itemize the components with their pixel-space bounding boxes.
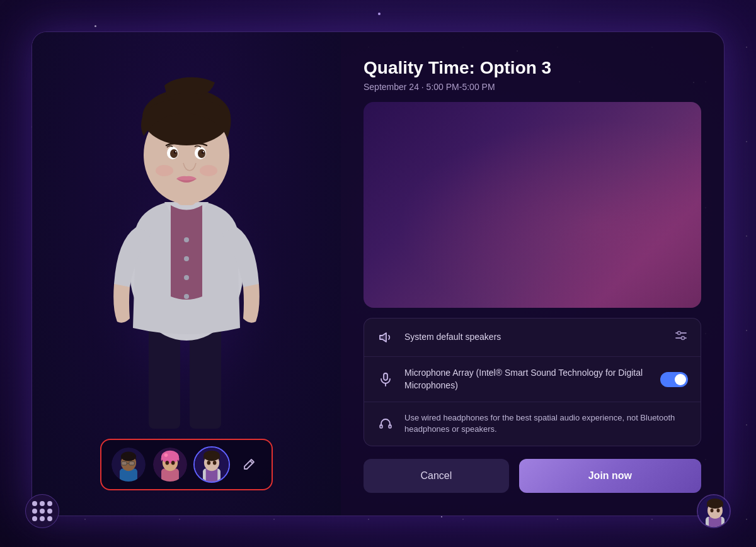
- svg-point-19: [156, 165, 173, 176]
- svg-point-45: [682, 337, 685, 340]
- avatar-thumb-2[interactable]: [152, 446, 188, 483]
- headphone-tip-label: Use wired headphones for the best spatia…: [404, 412, 688, 435]
- event-date: September 24 · 5:00 PM-5:00 PM: [364, 82, 701, 92]
- nav-grid-button[interactable]: [25, 494, 59, 528]
- speaker-row: System default speakers: [364, 319, 701, 357]
- microphone-label: Microphone Array (Intel® Smart Sound Tec…: [404, 367, 650, 392]
- svg-point-4: [184, 237, 189, 242]
- audio-settings: System default speakers: [364, 318, 701, 446]
- headphone-icon: [377, 415, 394, 432]
- event-info: Quality Time: Option 3 September 24 · 5:…: [364, 57, 701, 93]
- event-title: Quality Time: Option 3: [364, 57, 701, 79]
- audio-settings-icon[interactable]: [674, 329, 688, 346]
- svg-point-7: [184, 294, 189, 299]
- svg-point-18: [203, 151, 204, 152]
- event-preview: [364, 102, 701, 308]
- join-now-button[interactable]: Join now: [519, 459, 701, 493]
- headphone-tip-row: Use wired headphones for the best spatia…: [364, 402, 701, 445]
- svg-point-41: [213, 460, 217, 465]
- svg-point-55: [711, 509, 714, 512]
- avatar-selector: [100, 439, 273, 490]
- avatar-display: [67, 45, 306, 435]
- cancel-button[interactable]: Cancel: [364, 459, 509, 493]
- avatar-panel: [32, 32, 341, 516]
- svg-point-32: [164, 453, 168, 457]
- svg-point-40: [207, 460, 211, 465]
- svg-point-34: [171, 460, 175, 465]
- svg-rect-25: [122, 461, 127, 465]
- user-avatar-button[interactable]: [697, 494, 731, 528]
- svg-rect-26: [129, 461, 134, 465]
- main-dialog: Quality Time: Option 3 September 24 · 5:…: [32, 31, 724, 516]
- svg-point-14: [198, 149, 205, 158]
- svg-point-44: [678, 332, 681, 335]
- svg-point-17: [175, 151, 176, 152]
- edit-avatar-button[interactable]: [235, 451, 263, 478]
- right-panel: Quality Time: Option 3 September 24 · 5:…: [341, 32, 724, 516]
- svg-rect-48: [380, 425, 382, 428]
- microphone-icon: [377, 371, 394, 388]
- avatar-thumb-1[interactable]: [110, 446, 147, 483]
- svg-point-5: [184, 256, 189, 261]
- svg-point-20: [200, 165, 217, 176]
- svg-rect-46: [384, 373, 387, 380]
- svg-point-6: [184, 275, 189, 280]
- svg-point-13: [170, 149, 178, 158]
- svg-point-56: [717, 509, 720, 512]
- action-buttons: Cancel Join now: [364, 459, 701, 493]
- microphone-toggle[interactable]: [660, 372, 688, 387]
- microphone-row: Microphone Array (Intel® Smart Sound Tec…: [364, 357, 701, 402]
- svg-rect-49: [389, 425, 391, 428]
- speaker-label: System default speakers: [404, 331, 664, 344]
- avatar-thumb-3[interactable]: [193, 446, 230, 483]
- speaker-icon: [377, 329, 394, 346]
- svg-point-33: [166, 460, 169, 465]
- dots-grid-icon: [32, 501, 52, 521]
